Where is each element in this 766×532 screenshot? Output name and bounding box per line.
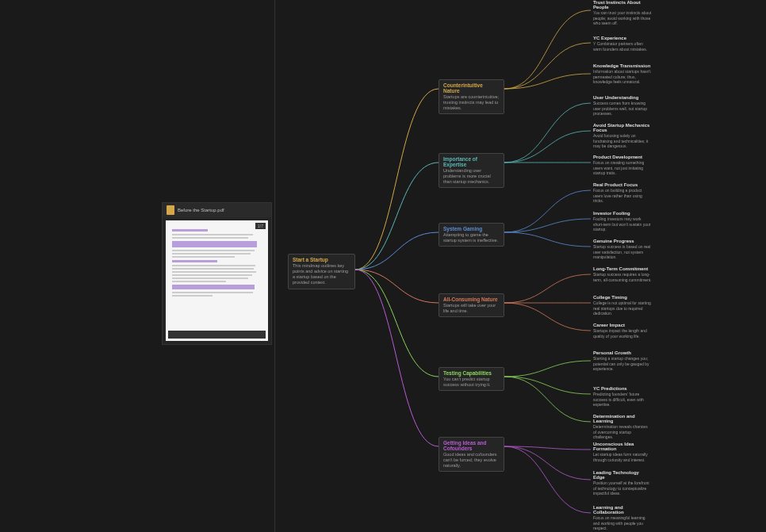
branch-title: Importance of Expertise: [443, 156, 500, 167]
mindmap-branch-node[interactable]: Testing Capabilities You can't predict s…: [439, 367, 504, 391]
leaf-desc: Predicting founders' future success is d…: [593, 392, 652, 408]
leaf-title: Long-Term Commitment: [593, 266, 652, 271]
leaf-desc: You can trust your instincts about peopl…: [593, 10, 652, 26]
leaf-title: Trust Instincts About People: [593, 0, 652, 10]
branch-title: System Gaming: [443, 226, 500, 232]
mindmap-leaf-node[interactable]: Long-Term Commitment Startup success req…: [591, 266, 654, 282]
mindmap-leaf-node[interactable]: Career Impact Startups impact the length…: [591, 323, 654, 339]
branch-title: Counterintuitive Nature: [443, 82, 500, 94]
mindmap-leaf-node[interactable]: Trust Instincts About People You can tru…: [591, 0, 654, 26]
mindmap-leaf-node[interactable]: User Understanding Success comes from kn…: [591, 95, 654, 117]
mindmap-leaf-node[interactable]: Personal Growth Starting a startup chang…: [591, 350, 654, 372]
leaf-title: Determination and Learning: [593, 414, 652, 423]
source-document-header[interactable]: Before the Startup.pdf: [163, 203, 271, 217]
mindmap-leaf-node[interactable]: Genuine Progress Startup success is base…: [591, 239, 654, 260]
mindmap-branch-node[interactable]: Counterintuitive Nature Startups are cou…: [439, 79, 504, 114]
leaf-desc: Startups impact the length and quality o…: [593, 328, 652, 339]
leaf-desc: Determination reveals chances of overcom…: [593, 424, 652, 440]
mindmap-leaf-node[interactable]: Knowledge Transmission Information about…: [591, 63, 654, 85]
branch-desc: Startups will take over your life and ti…: [443, 303, 500, 314]
leaf-desc: Startup success is based on real user sa…: [593, 244, 652, 260]
leaf-title: Genuine Progress: [593, 239, 652, 243]
leaf-title: YC Predictions: [593, 386, 652, 391]
leaf-title: College Timing: [593, 295, 652, 300]
branch-title: Getting Ideas and Cofounders: [443, 440, 500, 451]
mindmap-leaf-node[interactable]: Real Product Focus Focus on building a p…: [591, 182, 654, 204]
branch-desc: Good ideas and cofounders can't be force…: [443, 452, 500, 469]
leaf-desc: Fooling investors may work short-term bu…: [593, 216, 652, 232]
mindmap-leaf-node[interactable]: Leading Technology Edge Position yoursel…: [591, 470, 654, 496]
leaf-title: Unconscious Idea Formation: [593, 442, 652, 451]
leaf-desc: Startup success requires a long-term, al…: [593, 272, 652, 282]
root-title: Start a Startup: [293, 257, 350, 262]
leaf-desc: Avoid focusing solely on fundraising and…: [593, 133, 652, 149]
leaf-desc: Y Combinator partners often warn founder…: [593, 41, 652, 52]
mindmap-leaf-node[interactable]: Learning and Collaboration Focus on mean…: [591, 505, 654, 531]
leaf-desc: Success comes from knowing user problems…: [593, 101, 652, 117]
leaf-desc: College is not optimal for starting real…: [593, 300, 652, 316]
leaf-title: Career Impact: [593, 323, 652, 327]
source-document-panel: Before the Startup.pdf 1/7: [162, 202, 272, 345]
leaf-title: Personal Growth: [593, 350, 652, 355]
mindmap-leaf-node[interactable]: Product Development Focus on creating so…: [591, 155, 654, 176]
mindmap-leaf-node[interactable]: Unconscious Idea Formation Let startup i…: [591, 442, 654, 462]
leaf-desc: Focus on building a product users love r…: [593, 188, 652, 204]
leaf-title: Avoid Startup Mechanics Focus: [593, 123, 652, 132]
leaf-title: Leading Technology Edge: [593, 470, 652, 480]
pdf-toolbar: [168, 331, 266, 339]
leaf-title: Real Product Focus: [593, 182, 652, 187]
leaf-desc: Information about startups hasn't permea…: [593, 69, 652, 85]
mindmap-branch-node[interactable]: All-Consuming Nature Startups will take …: [439, 293, 504, 317]
branch-desc: Understanding user problems is more cruc…: [443, 168, 500, 185]
source-filename: Before the Startup.pdf: [178, 208, 224, 212]
branch-title: All-Consuming Nature: [443, 297, 500, 302]
leaf-title: Learning and Collaboration: [593, 505, 652, 515]
leaf-desc: Let startup ideas form naturally through…: [593, 452, 652, 462]
branch-desc: Startups are counterintuitive; trusting …: [443, 94, 500, 111]
leaf-desc: Focus on meaningful learning and working…: [593, 515, 652, 531]
leaf-title: User Understanding: [593, 95, 652, 100]
mindmap-leaf-node[interactable]: YC Experience Y Combinator partners ofte…: [591, 36, 654, 52]
leaf-title: YC Experience: [593, 36, 652, 40]
mindmap-leaf-node[interactable]: College Timing College is not optimal fo…: [591, 295, 654, 316]
branch-title: Testing Capabilities: [443, 370, 500, 376]
mindmap-branch-node[interactable]: Getting Ideas and Cofounders Good ideas …: [439, 437, 504, 472]
branch-desc: Attempting to game the startup system is…: [443, 232, 500, 243]
pdf-icon: [167, 205, 174, 215]
mindmap-leaf-node[interactable]: Avoid Startup Mechanics Focus Avoid focu…: [591, 123, 654, 149]
panel-divider: [274, 0, 275, 532]
leaf-desc: Focus on creating something users want, …: [593, 160, 652, 176]
mindmap-branch-node[interactable]: System Gaming Attempting to game the sta…: [439, 223, 504, 247]
pdf-preview-thumbnail[interactable]: 1/7: [166, 220, 268, 341]
branch-desc: You can't predict startup success withou…: [443, 377, 500, 388]
leaf-desc: Starting a startup changes you; potentia…: [593, 356, 652, 372]
leaf-title: Product Development: [593, 155, 652, 159]
mindmap-leaf-node[interactable]: Determination and Learning Determination…: [591, 414, 654, 440]
leaf-title: Knowledge Transmission: [593, 63, 652, 68]
leaf-title: Investor Fooling: [593, 211, 652, 216]
mindmap-leaf-node[interactable]: YC Predictions Predicting founders' futu…: [591, 386, 654, 408]
mindmap-branch-node[interactable]: Importance of Expertise Understanding us…: [439, 153, 504, 188]
mindmap-root-node[interactable]: Start a Startup This mindmap outlines ke…: [288, 254, 355, 289]
page-badge: 1/7: [255, 223, 266, 229]
leaf-desc: Position yourself at the forefront of te…: [593, 480, 652, 496]
root-desc: This mindmap outlines key points and adv…: [293, 263, 350, 286]
mindmap-leaf-node[interactable]: Investor Fooling Fooling investors may w…: [591, 211, 654, 232]
